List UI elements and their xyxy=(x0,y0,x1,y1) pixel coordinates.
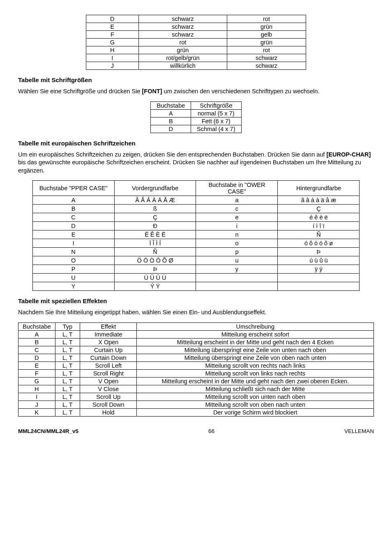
heading-european-chars: Tabelle mit europäischen Schriftzeichen xyxy=(18,140,374,147)
table-cell: rot xyxy=(227,15,306,23)
table-cell: í ì î ï xyxy=(278,222,360,230)
table-cell: L, T xyxy=(55,346,80,354)
table-cell xyxy=(278,274,360,282)
table-cell: grün xyxy=(227,39,306,46)
table-cell: Mitteilung erscheint in der Mitte und ge… xyxy=(137,338,374,346)
table-cell: B xyxy=(18,338,55,346)
footer-doc-id: MML24CN/MML24R_v5 xyxy=(18,428,78,434)
table-cell: Mitteilung scrollt von links nach rechts xyxy=(137,369,374,377)
table-cell: ß xyxy=(114,205,196,213)
table-cell: ã â á à ä å æ xyxy=(278,196,360,205)
table-row: AL, TImmediateMitteilung erscheint sofor… xyxy=(18,330,374,338)
table-row: Grotgrün xyxy=(86,39,306,46)
paragraph-effects: Nachdem Sie Ihre Mitteilung eingetippt h… xyxy=(18,309,374,317)
table-cell: n xyxy=(196,230,278,239)
table-row: CÇeé ê è ë xyxy=(32,213,360,222)
table-cell: C xyxy=(32,213,114,222)
table-row: DSchmal (4 x 7) xyxy=(151,125,241,133)
table-cell: N xyxy=(32,248,114,256)
table-cell: Hold xyxy=(80,408,137,416)
table-row: IL, TScroll UpMitteilung scrollt von unt… xyxy=(18,393,374,401)
table-row: YÝ Ÿ xyxy=(32,282,360,291)
table-cell: Ö Ó Ò Ô Õ Ø xyxy=(114,256,196,265)
table-cell: rot/gelb/grün xyxy=(139,54,227,62)
table-row: UÚ Ü Û Ù xyxy=(32,274,360,282)
footer-page-number: 66 xyxy=(208,428,214,434)
table-cell: Scroll Left xyxy=(80,362,137,369)
table-cell: I xyxy=(18,393,55,401)
table-cell: P xyxy=(32,265,114,274)
table-cell: grün xyxy=(227,23,306,31)
table-cell: Þ xyxy=(114,265,196,274)
table-cell xyxy=(196,274,278,282)
table-cell: L, T xyxy=(55,354,80,362)
table-cell: u xyxy=(196,256,278,265)
table-cell: ÿ ý xyxy=(278,265,360,274)
table-row: NÑpÞ xyxy=(32,248,360,256)
table-cell: A xyxy=(18,330,55,338)
table-cell: G xyxy=(86,39,139,46)
table-cell: L, T xyxy=(55,330,80,338)
table-row: Jwillkürlichschwarz xyxy=(86,62,306,70)
table-cell: H xyxy=(18,385,55,393)
table-cell: D xyxy=(86,15,139,23)
table-cell: J xyxy=(86,62,139,70)
table-cell: F xyxy=(18,369,55,377)
table-cell: I xyxy=(32,239,114,248)
table-cell: schwarz xyxy=(227,62,306,70)
table-cell: L, T xyxy=(55,401,80,408)
table-cell: Þ xyxy=(278,248,360,256)
table-cell: E xyxy=(32,230,114,239)
table-row: Fschwarzgelb xyxy=(86,31,306,39)
table-cell: Ú Ü Û Ù xyxy=(114,274,196,282)
table-cell: schwarz xyxy=(227,54,306,62)
table-cell: e xyxy=(196,213,278,222)
table-cell: Schmal (4 x 7) xyxy=(191,125,241,133)
table-cell: Mitteilung schließt sich nach der Mitte xyxy=(137,385,374,393)
table-row: Eschwarzgrün xyxy=(86,23,306,31)
table-row: Irot/gelb/grünschwarz xyxy=(86,54,306,62)
table-row: GL, TV OpenMitteilung erscheint in der M… xyxy=(18,377,374,385)
table-cell: c xyxy=(196,205,278,213)
table-row: HL, TV CloseMitteilung schließt sich nac… xyxy=(18,385,374,393)
paragraph-european-chars: Um ein europäisches Schriftzeichen zu ze… xyxy=(18,151,374,175)
table-row: BL, TX OpenMitteilung erscheint in der M… xyxy=(18,338,374,346)
table-cell: Mitteilung scrollt von oben nach unten xyxy=(137,401,374,408)
table-cell: X Open xyxy=(80,338,137,346)
table-cell: é ê è ë xyxy=(278,213,360,222)
table-cell: Der vorige Schirm wird blockiert xyxy=(137,408,374,416)
table-cell: Mitteilung scrollt von rechts nach links xyxy=(137,362,374,369)
table-cell: Mitteilung scrollt von unten nach oben xyxy=(137,393,374,401)
table-cell: schwarz xyxy=(139,15,227,23)
table-cell: willkürlich xyxy=(139,62,227,70)
table-cell: Immediate xyxy=(80,330,137,338)
table-cell: G xyxy=(18,377,55,385)
table-cell: J xyxy=(18,401,55,408)
table-cell: B xyxy=(32,205,114,213)
table-cell xyxy=(278,282,360,291)
table-row: Anormal (5 x 7) xyxy=(151,109,241,117)
table-cell: L, T xyxy=(55,377,80,385)
table-cell: V Open xyxy=(80,377,137,385)
table-row: PÞyÿ ý xyxy=(32,265,360,274)
table-cell: Fett (6 x 7) xyxy=(191,117,241,125)
table-cell: gelb xyxy=(227,31,306,39)
effects-table: BuchstabeTypEffektUmschreibungAL, TImmed… xyxy=(18,322,374,417)
table-cell: D xyxy=(18,354,55,362)
table-cell: E xyxy=(86,23,139,31)
table-cell: A xyxy=(151,109,191,117)
table-cell: Scroll Down xyxy=(80,401,137,408)
table-row: DÐií ì î ï xyxy=(32,222,360,230)
table-cell: C xyxy=(18,346,55,354)
table-row: EL, TScroll LeftMitteilung scrollt von r… xyxy=(18,362,374,369)
table-cell: E xyxy=(18,362,55,369)
table-cell xyxy=(196,282,278,291)
table-row: EÉ Ê È ËnÑ xyxy=(32,230,360,239)
table-cell: L, T xyxy=(55,338,80,346)
table-row: DL, TCurtain DownMitteilung überspringt … xyxy=(18,354,374,362)
font-size-table: BuchstabeSchriftgrößeAnormal (5 x 7)BFet… xyxy=(150,101,241,133)
table-cell: Ç xyxy=(278,205,360,213)
table-cell: Ă Â Á À Ä Å Æ xyxy=(114,196,196,205)
table-cell: Mitteilung überspringt eine Zeile von un… xyxy=(137,346,374,354)
table-cell: Ï Î Ì Í xyxy=(114,239,196,248)
